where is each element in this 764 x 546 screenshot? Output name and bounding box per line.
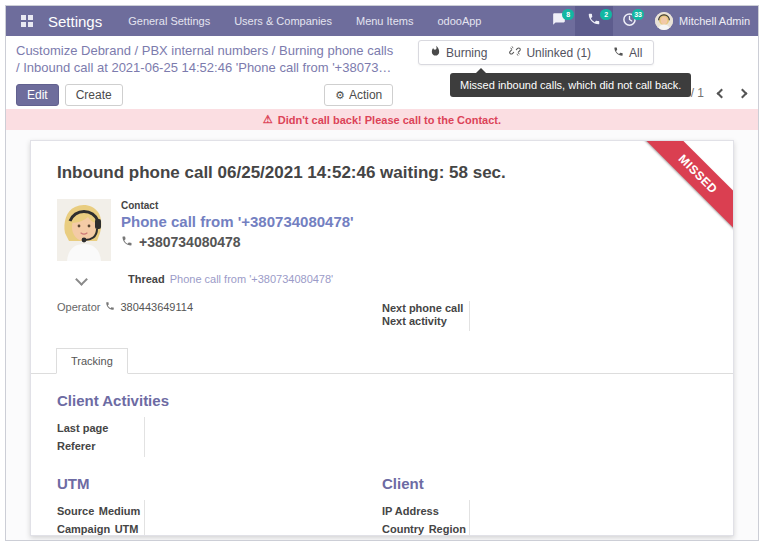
record-title: Inbound phone call 06/25/2021 14:52:46 w… — [57, 163, 707, 183]
tab-page-tracking: Client Activities Last page Referer — [57, 392, 707, 536]
filter-button-group: Burning Unlinked (1) All — [418, 40, 654, 65]
top-menu: General Settings Users & Companies Menu … — [128, 15, 481, 27]
navbar-right: 8 2 33 Mitchell Admin — [543, 6, 750, 36]
button-row: Edit Create — [16, 84, 123, 106]
contact-label: Contact — [121, 200, 354, 211]
operator-column: Operator 380443649114 — [57, 301, 382, 331]
filter-all-label: All — [629, 46, 642, 60]
field-label: Region — [429, 523, 466, 535]
contact-phone[interactable]: +380734080478 — [121, 234, 354, 250]
field-label: Medium — [99, 505, 141, 517]
filter-all-button[interactable]: All — [602, 42, 653, 64]
field-label: Source — [57, 505, 94, 517]
flame-icon — [430, 45, 441, 60]
breadcrumb[interactable]: Customize Debrand / PBX internal numbers… — [16, 42, 456, 76]
control-panel: Customize Debrand / PBX internal numbers… — [6, 36, 758, 109]
operator-value[interactable]: 380443649114 — [120, 301, 193, 313]
breadcrumb-line-2: / Inbound call at 2021-06-25 14:52:46 'P… — [16, 59, 456, 76]
chevron-right-icon[interactable] — [738, 88, 748, 98]
alert-text: Didn't call back! Please call to the Con… — [278, 114, 501, 126]
menu-item-odooapp[interactable]: odooApp — [437, 15, 481, 27]
contact-link[interactable]: Phone call from '+380734080478' — [121, 213, 354, 230]
next-field-group: Next phone call Next activity — [382, 301, 707, 331]
activities-button[interactable]: 33 — [613, 6, 645, 36]
activities-badge: 33 — [632, 9, 644, 20]
filter-unlinked-button[interactable]: Unlinked (1) — [498, 41, 602, 64]
form-sheet: MISSED Inbound phone call 06/25/2021 14:… — [30, 140, 734, 536]
app-window: Settings General Settings Users & Compan… — [5, 5, 759, 541]
user-name: Mitchell Admin — [679, 15, 750, 27]
next-column: Next phone call Next activity — [382, 301, 707, 331]
calls-badge: 2 — [600, 9, 612, 20]
menu-item-general-settings[interactable]: General Settings — [128, 15, 210, 27]
chevron-down-icon[interactable] — [75, 273, 88, 286]
section-title-client: Client — [382, 475, 707, 492]
contact-block: Contact Phone call from '+380734080478' … — [57, 199, 707, 261]
thread-row: Thread Phone call from '+380734080478' — [57, 273, 707, 285]
client-activities-group: Last page Referer — [57, 417, 382, 457]
edit-button[interactable]: Edit — [16, 84, 59, 106]
filter-burning-button[interactable]: Burning — [419, 41, 498, 64]
content-area: MISSED Inbound phone call 06/25/2021 14:… — [6, 130, 758, 541]
menu-item-menu-items[interactable]: Menu Items — [356, 15, 413, 27]
unlink-icon — [509, 45, 521, 60]
apps-grid-icon — [21, 15, 33, 27]
contact-avatar — [57, 199, 111, 261]
filter-unlinked-label: Unlinked (1) — [526, 46, 591, 60]
app-title[interactable]: Settings — [48, 13, 102, 30]
messages-button[interactable]: 8 — [543, 6, 575, 36]
section-title-utm: UTM — [57, 475, 382, 492]
apps-menu-button[interactable] — [14, 6, 40, 36]
notebook-tabs: Tracking — [31, 347, 733, 374]
thread-label: Thread — [128, 273, 165, 285]
operator-line: Operator 380443649114 — [57, 301, 382, 313]
client-group: IP Address Country Region City Org gaTra… — [382, 500, 707, 536]
phone-icon — [105, 301, 115, 313]
contact-phone-number: +380734080478 — [139, 234, 241, 250]
tab-tracking[interactable]: Tracking — [56, 348, 128, 374]
alert-banner: ⚠ Didn't call back! Please call to the C… — [6, 109, 758, 130]
tooltip: Missed inbound calls, which did not call… — [450, 73, 691, 97]
phone-icon — [613, 46, 624, 60]
action-button-label: Action — [349, 88, 382, 102]
field-label-next-activity: Next activity — [382, 315, 447, 327]
user-menu[interactable]: Mitchell Admin — [655, 12, 750, 30]
thread-link[interactable]: Phone call from '+380734080478' — [170, 273, 334, 285]
action-button[interactable]: ⚙Action — [324, 84, 393, 106]
field-label-next-phone-call: Next phone call — [382, 302, 463, 314]
messages-badge: 8 — [562, 9, 574, 20]
filter-burning-label: Burning — [446, 46, 487, 60]
field-label: IP Address — [382, 505, 439, 517]
field-label: Referer — [57, 440, 96, 452]
field-label: Campaign — [57, 523, 110, 535]
chevron-left-icon[interactable] — [717, 88, 727, 98]
contact-info: Contact Phone call from '+380734080478' … — [121, 199, 354, 261]
warning-icon: ⚠ — [263, 113, 273, 126]
gear-icon: ⚙ — [335, 89, 345, 101]
section-title-client-activities: Client Activities — [57, 392, 707, 409]
breadcrumb-line-1[interactable]: Customize Debrand / PBX internal numbers… — [16, 42, 456, 59]
top-navbar: Settings General Settings Users & Compan… — [6, 6, 758, 36]
menu-item-users-companies[interactable]: Users & Companies — [234, 15, 332, 27]
phone-icon — [121, 234, 133, 250]
calls-button[interactable]: 2 — [575, 6, 613, 36]
field-label: Last page — [57, 422, 108, 434]
phone-icon — [587, 12, 601, 30]
utm-group: Source Medium Campaign UTM Content UTM T… — [57, 500, 382, 536]
operator-label: Operator — [57, 301, 100, 313]
create-button[interactable]: Create — [65, 84, 123, 106]
operator-fields-row: Operator 380443649114 Next phone call Ne… — [57, 301, 707, 331]
field-label: Country — [382, 523, 424, 535]
user-avatar — [655, 12, 673, 30]
